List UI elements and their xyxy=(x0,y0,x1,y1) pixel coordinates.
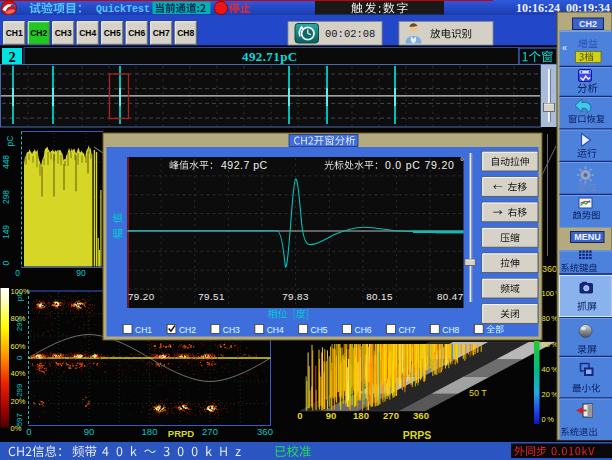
svg-text:CH6: CH6 xyxy=(128,28,145,38)
svg-text:90: 90 xyxy=(76,268,86,278)
svg-text:0: 0 xyxy=(26,426,31,437)
svg-text:-597: -597 xyxy=(15,412,24,429)
svg-text:CH2: CH2 xyxy=(179,325,196,335)
svg-text:CH8: CH8 xyxy=(177,28,194,38)
svg-text:PRPD: PRPD xyxy=(168,428,195,439)
svg-text:pC: pC xyxy=(5,136,15,147)
svg-text:CH5: CH5 xyxy=(311,325,328,335)
svg-text:CH7: CH7 xyxy=(398,325,415,335)
svg-text:CH3: CH3 xyxy=(223,325,240,335)
svg-text:79.83: 79.83 xyxy=(282,291,309,302)
svg-text:CH6: CH6 xyxy=(355,325,372,335)
svg-text:50 T: 50 T xyxy=(469,388,487,398)
svg-text:CH1: CH1 xyxy=(135,325,152,335)
svg-text:0: 0 xyxy=(15,268,20,278)
svg-text:492.7 pC: 492.7 pC xyxy=(221,159,268,171)
svg-text:448: 448 xyxy=(1,155,11,169)
svg-text:40%: 40% xyxy=(11,369,26,378)
svg-text:CH2: CH2 xyxy=(30,28,47,38)
svg-text:CH4: CH4 xyxy=(267,325,284,335)
svg-text:90: 90 xyxy=(326,410,337,421)
svg-text:CH4: CH4 xyxy=(79,28,96,38)
svg-text:80.47: 80.47 xyxy=(437,291,464,302)
svg-text:°: ° xyxy=(460,156,464,167)
svg-text:360: 360 xyxy=(257,426,273,437)
svg-text:299: 299 xyxy=(15,317,24,331)
svg-text:CH2: CH2 xyxy=(579,19,597,29)
svg-text:492.71pC: 492.71pC xyxy=(242,49,298,64)
svg-text:40 %: 40 % xyxy=(542,365,559,374)
svg-text:298: 298 xyxy=(1,190,11,204)
svg-text:-299: -299 xyxy=(15,383,24,400)
svg-text:270: 270 xyxy=(202,426,218,437)
svg-text:360: 360 xyxy=(413,410,429,421)
svg-text:149: 149 xyxy=(1,225,11,239)
svg-text:MENU: MENU xyxy=(574,232,601,242)
svg-text:CH1: CH1 xyxy=(6,28,23,38)
svg-text:CH7: CH7 xyxy=(153,28,170,38)
svg-text:180: 180 xyxy=(142,426,158,437)
svg-text:CH8: CH8 xyxy=(442,325,459,335)
svg-text:0: 0 xyxy=(297,410,302,421)
svg-text:0 %: 0 % xyxy=(542,415,555,424)
svg-text:79.20: 79.20 xyxy=(128,291,155,302)
svg-text:90: 90 xyxy=(84,426,95,437)
svg-text:0: 0 xyxy=(1,260,11,265)
svg-text:270: 270 xyxy=(383,410,399,421)
svg-text:360: 360 xyxy=(542,264,557,274)
svg-text:PRPS: PRPS xyxy=(403,429,432,441)
svg-text:80.15: 80.15 xyxy=(366,291,393,302)
svg-text:20 %: 20 % xyxy=(542,390,559,399)
svg-text:2: 2 xyxy=(8,49,15,65)
svg-text:CH3: CH3 xyxy=(55,28,72,38)
svg-text:180: 180 xyxy=(353,410,369,421)
svg-text:00:02:08: 00:02:08 xyxy=(325,28,375,40)
svg-text:60%: 60% xyxy=(11,342,26,351)
svg-text:60 %: 60 % xyxy=(542,340,559,349)
svg-text:0: 0 xyxy=(15,355,24,360)
svg-text:pC: pC xyxy=(15,291,24,301)
svg-text:0.0 pC 79.20: 0.0 pC 79.20 xyxy=(385,159,455,171)
svg-text:QuickTest: QuickTest xyxy=(96,4,150,15)
svg-text:80 %: 80 % xyxy=(542,314,559,323)
svg-text:CH5: CH5 xyxy=(104,28,121,38)
svg-text:79.51: 79.51 xyxy=(198,291,225,302)
